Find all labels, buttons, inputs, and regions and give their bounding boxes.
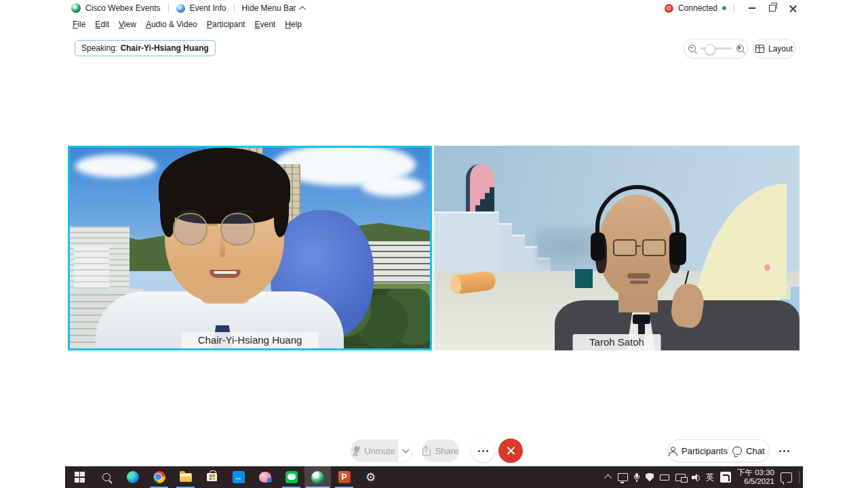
chat-label: Chat [746,446,764,456]
windows-taskbar: ↔ P ⚙ 英 下午 03:30 6/5/2021 [65,466,803,488]
restore-icon [769,5,776,12]
line-icon [285,471,298,483]
zoom-slider-knob[interactable] [705,44,715,55]
taskbar-explorer-button[interactable] [172,466,199,488]
record-indicator-icon [665,4,673,13]
close-button[interactable] [783,1,803,16]
taskbar-webex-button[interactable] [304,466,331,488]
search-icon [102,473,111,481]
participant-name-label: Chair-Yi-Hsiang Huang [181,332,319,348]
divider [234,4,235,13]
layout-button[interactable]: Layout [753,39,795,58]
taskbar-chrome-button[interactable] [146,466,172,488]
layout-label: Layout [768,44,793,54]
show-desktop-button[interactable] [799,471,800,483]
tray-expand-icon[interactable] [604,474,612,482]
speaking-name: Chair-Yi-Hsiang Huang [120,43,208,53]
ellipsis-icon [779,450,789,452]
menu-audio-video[interactable]: Audio & Video [141,18,202,31]
taskbar-teamviewer-button[interactable]: ↔ [225,466,252,488]
share-icon [422,447,431,455]
minimize-icon [749,7,755,9]
tray-display-icon[interactable] [675,474,686,481]
start-button[interactable] [66,466,93,488]
tray-clock[interactable]: 下午 03:30 6/5/2021 [737,468,774,487]
app-title: Cisco Webex Events [85,3,161,13]
menu-file[interactable]: File [68,18,90,31]
taskbar-brain-app-button[interactable] [252,466,278,488]
participants-button[interactable]: Participants [669,440,728,462]
tray-volume-icon[interactable] [692,474,700,481]
more-options-button[interactable] [471,439,494,462]
menu-event[interactable]: Event [250,18,280,31]
chrome-icon [153,471,165,483]
taskbar-edge-button[interactable] [119,466,146,488]
tray-microphone-icon[interactable] [634,473,639,482]
microsoft-store-icon [207,473,217,481]
pink-ball-decoration [764,264,770,270]
webex-logo-icon [71,3,81,13]
teamviewer-icon: ↔ [233,471,245,483]
arch-decoration [466,164,494,211]
system-tray: 英 下午 03:30 6/5/2021 [606,466,792,488]
video-tile-active-speaker[interactable]: Chair-Yi-Hsiang Huang [68,146,432,350]
share-button[interactable]: Share [422,439,459,462]
tray-defender-icon[interactable] [646,473,654,482]
menu-help[interactable]: Help [280,18,307,31]
divider [168,4,169,13]
zoom-in-icon[interactable] [736,45,744,52]
taskbar-search-button[interactable] [93,466,119,488]
tray-pen-icon[interactable] [660,474,669,481]
windows-start-icon [75,472,85,483]
mic-muted-icon [353,446,359,456]
menu-edit[interactable]: Edit [90,18,114,31]
unmute-options-button[interactable] [399,439,412,462]
video-tile[interactable]: Taroh Satoh [434,146,800,350]
taskbar-settings-button[interactable]: ⚙ [357,466,384,488]
panel-buttons-group: Participants Chat [668,439,770,462]
chat-icon [732,447,742,455]
speaking-indicator: Speaking: Chair-Yi-Hsiang Huang [75,40,216,56]
chat-button[interactable]: Chat [728,440,769,462]
grid-layout-icon [755,45,764,53]
gear-icon: ⚙ [366,472,376,483]
hide-menu-bar-button[interactable]: Hide Menu Bar [242,3,296,13]
tray-language-indicator[interactable]: 英 [706,472,714,483]
powerpoint-icon: P [338,471,351,483]
zoom-out-icon[interactable] [688,45,696,52]
more-panels-button[interactable] [774,439,794,462]
menu-view[interactable]: View [114,18,141,31]
tray-date: 6/5/2021 [737,477,774,487]
connected-dot [722,6,726,10]
share-label: Share [435,446,459,456]
webex-icon [311,471,324,484]
connection-status: Connected [678,3,717,13]
webex-window: Cisco Webex Events Event Info Hide Menu … [65,0,803,488]
edge-icon [127,471,139,483]
minimize-button[interactable] [742,1,762,16]
participants-icon [669,447,677,455]
taskbar-line-button[interactable] [278,466,304,488]
event-info-button[interactable]: Event Info [190,3,226,13]
taskbar-store-button[interactable] [199,466,225,488]
taskbar-powerpoint-button[interactable]: P [331,466,357,488]
action-center-icon[interactable] [781,472,792,483]
restore-button[interactable] [762,1,783,16]
divider [734,4,734,13]
tray-monitor-icon[interactable] [618,473,628,481]
tray-time: 下午 03:30 [737,468,774,478]
brain-app-icon [259,472,271,483]
chevron-down-icon [402,447,408,453]
zoom-control [684,39,748,58]
menu-participant[interactable]: Participant [202,18,250,31]
tray-ime-icon[interactable] [720,472,731,483]
file-explorer-icon [180,473,192,482]
participants-label: Participants [682,446,728,456]
unmute-label: Unmute [364,446,395,456]
leave-meeting-button[interactable] [498,439,523,463]
zoom-slider[interactable] [701,47,732,49]
speaking-label: Speaking: [81,43,117,53]
close-x-icon [507,447,515,455]
menu-bar: File Edit View Audio & Video Participant… [68,18,307,31]
unmute-button[interactable]: Unmute [351,439,398,462]
